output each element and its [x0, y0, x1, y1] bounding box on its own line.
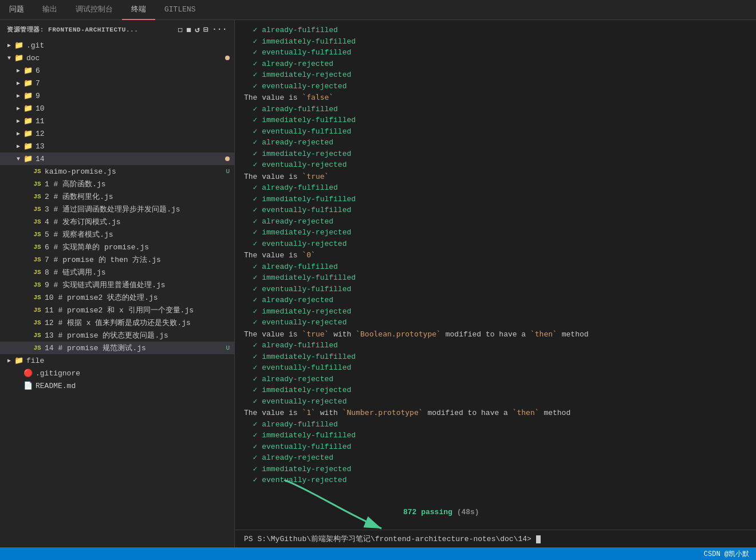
sidebar-item-6[interactable]: ▶ 📁 6	[0, 64, 234, 77]
js-icon-f12: JS	[32, 319, 42, 326]
collapse-arrow-file: ▶	[5, 357, 14, 364]
collapse-icon[interactable]: ⊟	[203, 25, 208, 34]
new-file-icon[interactable]: ◻	[178, 25, 183, 34]
sidebar-item-13-label: 13	[36, 142, 234, 151]
sidebar-item-kaimo-label: kaimo-promise.js	[45, 167, 226, 176]
sidebar-item-file-label: file	[26, 357, 234, 365]
collapse-arrow-11: ▶	[14, 118, 23, 124]
14-badge	[225, 156, 230, 161]
term-passing: 872 passing (48s)	[359, 496, 479, 530]
term-line: ✓ eventually-rejected	[244, 238, 747, 250]
sidebar-item-f9[interactable]: JS 9 # 实现链式调用里普通值处理.js	[0, 279, 234, 291]
term-line: ✓ already-rejected	[244, 137, 747, 148]
more-icon[interactable]: ···	[212, 25, 227, 34]
js-icon-f7: JS	[32, 256, 42, 263]
sidebar-item-file-folder[interactable]: ▶ 📁 file	[0, 354, 234, 367]
sidebar-item-f1[interactable]: JS 1 # 高阶函数.js	[0, 178, 234, 190]
sidebar-item-doc[interactable]: ▼ 📁 doc	[0, 52, 234, 64]
term-line: ✓ eventually-fulfilled	[244, 205, 747, 216]
sidebar-item-f14-label: 14 # promise 规范测试.js	[45, 343, 226, 353]
sidebar-item-readme[interactable]: 📄 README.md	[0, 379, 234, 392]
tab-debug[interactable]: 调试控制台	[66, 0, 122, 20]
sidebar-item-git-label: .git	[26, 41, 234, 50]
sidebar-item-7-label: 7	[36, 79, 234, 88]
sidebar-item-10[interactable]: ▶ 📁 10	[0, 102, 234, 115]
file-folder-icon: 📁	[14, 356, 24, 365]
sidebar-item-f6[interactable]: JS 6 # 实现简单的 promise.js	[0, 241, 234, 253]
term-line: ✓ already-fulfilled	[244, 261, 747, 273]
sidebar-item-6-label: 6	[36, 66, 234, 75]
term-group-header-true-bool: The value is `true` with `Boolean.protot…	[244, 328, 747, 340]
term-line: ✓ immediately-rejected	[244, 148, 747, 160]
doc-folder-icon: 📁	[14, 53, 24, 62]
js-icon-f14: JS	[32, 344, 42, 351]
term-group-header-false: The value is `false`	[244, 92, 747, 104]
term-group-header-one-num: The value is `1` with `Number.prototype`…	[244, 407, 747, 419]
js-icon-f8: JS	[32, 269, 42, 276]
sidebar-item-9[interactable]: ▶ 📁 9	[0, 89, 234, 102]
sidebar-item-13[interactable]: ▶ 📁 13	[0, 140, 234, 152]
js-icon-f5: JS	[32, 231, 42, 238]
sidebar-item-12-label: 12	[36, 130, 234, 138]
sidebar-item-f11[interactable]: JS 11 # promise2 和 x 引用同一个变量.js	[0, 304, 234, 316]
folder-9-icon: 📁	[23, 91, 33, 100]
sidebar-item-f13[interactable]: JS 13 # promise 的状态更改问题.js	[0, 329, 234, 342]
tab-gitlens[interactable]: GITLENS	[155, 0, 205, 20]
sidebar-item-f7[interactable]: JS 7 # promise 的 then 方法.js	[0, 253, 234, 266]
collapse-arrow-git: ▶	[5, 42, 14, 49]
tab-output[interactable]: 输出	[33, 0, 66, 20]
term-line: ✓ already-rejected	[244, 58, 747, 70]
term-line: ✓ immediately-fulfilled	[244, 194, 747, 205]
sidebar-item-7[interactable]: ▶ 📁 7	[0, 77, 234, 89]
terminal-content[interactable]: ✓ already-fulfilled ✓ immediately-fulfil…	[235, 20, 756, 530]
sidebar-item-11[interactable]: ▶ 📁 11	[0, 115, 234, 127]
sidebar: 资源管理器: FRONTEND-ARCHITECTU... ◻ ◼ ↺ ⊟ ··…	[0, 20, 235, 547]
sidebar-item-f1-label: 1 # 高阶函数.js	[45, 179, 234, 189]
sidebar-item-11-label: 11	[36, 117, 234, 126]
sidebar-item-f8[interactable]: JS 8 # 链式调用.js	[0, 266, 234, 279]
term-line: ✓ already-rejected	[244, 452, 747, 464]
sidebar-item-12[interactable]: ▶ 📁 12	[0, 127, 234, 140]
term-line: ✓ eventually-fulfilled	[244, 126, 747, 138]
collapse-arrow-13: ▶	[14, 143, 23, 150]
sidebar-item-f6-label: 6 # 实现简单的 promise.js	[45, 242, 234, 252]
sidebar-item-f4[interactable]: JS 4 # 发布订阅模式.js	[0, 216, 234, 228]
tab-problems[interactable]: 问题	[0, 0, 33, 20]
doc-badge	[225, 56, 230, 60]
term-group-header-zero: The value is `0`	[244, 249, 747, 261]
sidebar-item-f5[interactable]: JS 5 # 观察者模式.js	[0, 228, 234, 241]
term-line: ✓ eventually-fulfilled	[244, 284, 747, 295]
sidebar-item-f2[interactable]: JS 2 # 函数柯里化.js	[0, 190, 234, 203]
sidebar-item-f3[interactable]: JS 3 # 通过回调函数处理异步并发问题.js	[0, 203, 234, 216]
tab-terminal[interactable]: 终端	[122, 0, 155, 20]
term-line: ✓ already-fulfilled	[244, 182, 747, 194]
sidebar-item-f7-label: 7 # promise 的 then 方法.js	[45, 254, 234, 265]
sidebar-item-f13-label: 13 # promise 的状态更改问题.js	[45, 330, 234, 340]
status-bar-label: CSDN @凯小默	[704, 549, 749, 559]
sidebar-item-f14[interactable]: JS 14 # promise 规范测试.js U	[0, 342, 234, 354]
js-icon-f10: JS	[32, 294, 42, 301]
term-line: ✓ eventually-fulfilled	[244, 47, 747, 58]
sidebar-item-f10[interactable]: JS 10 # promise2 状态的处理.js	[0, 291, 234, 304]
sidebar-item-gitignore[interactable]: 🔴 .gitignore	[0, 367, 234, 379]
sidebar-item-9-label: 9	[36, 92, 234, 100]
sidebar-title: 资源管理器: FRONTEND-ARCHITECTU...	[7, 25, 138, 34]
sidebar-item-kaimo-promise[interactable]: JS kaimo-promise.js U	[0, 165, 234, 178]
f14-ubadge: U	[226, 344, 230, 351]
new-folder-icon[interactable]: ◼	[186, 25, 191, 34]
passing-time: (48s)	[457, 508, 479, 516]
gitignore-icon: 🔴	[23, 369, 33, 378]
sidebar-item-git[interactable]: ▶ 📁 .git	[0, 39, 234, 52]
term-line: ✓ already-rejected	[244, 216, 747, 228]
sidebar-item-14[interactable]: ▼ 📁 14	[0, 152, 234, 165]
sidebar-item-f3-label: 3 # 通过回调函数处理异步并发问题.js	[45, 204, 234, 214]
sidebar-item-f12[interactable]: JS 12 # 根据 x 值来判断是成功还是失败.js	[0, 316, 234, 329]
js-icon-f11: JS	[32, 307, 42, 314]
term-line: ✓ already-rejected	[244, 374, 747, 385]
kaimo-ubadge: U	[226, 168, 230, 175]
js-icon-f4: JS	[32, 218, 42, 225]
refresh-icon[interactable]: ↺	[195, 25, 200, 34]
sidebar-item-10-label: 10	[36, 104, 234, 113]
term-line: ✓ immediately-fulfilled	[244, 36, 747, 48]
term-line: ✓ immediately-rejected	[244, 306, 747, 318]
